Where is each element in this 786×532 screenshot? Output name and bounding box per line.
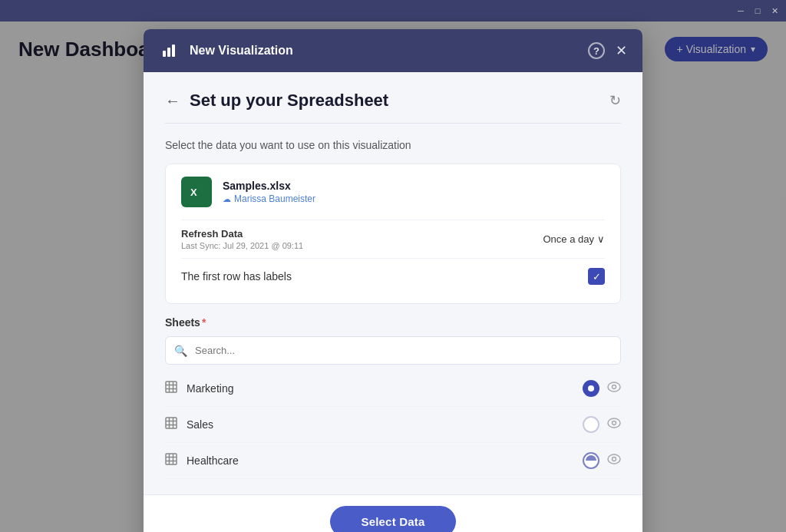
svg-point-25 bbox=[613, 458, 616, 461]
sheet-item-marketing: Marketing bbox=[165, 371, 621, 407]
titlebar: ─ □ ✕ bbox=[0, 0, 786, 21]
modal-overlay: New Visualization ? ✕ ← Set up your Spre… bbox=[0, 21, 786, 532]
first-row-row: The first row has labels ✓ bbox=[181, 258, 605, 291]
sheet-actions-healthcare bbox=[583, 452, 621, 469]
sheets-section: Sheets* 🔍 bbox=[165, 316, 621, 479]
search-container: 🔍 bbox=[165, 336, 621, 365]
svg-rect-1 bbox=[167, 48, 170, 57]
sheet-actions-sales bbox=[583, 416, 621, 433]
modal-header-actions: ? ✕ bbox=[588, 42, 627, 59]
search-icon: 🔍 bbox=[174, 345, 187, 357]
sheet-item-healthcare: Healthcare bbox=[165, 443, 621, 479]
sheet-name-marketing: Marketing bbox=[187, 382, 573, 395]
sheet-name-sales: Sales bbox=[187, 418, 573, 431]
sheet-radio-sales[interactable] bbox=[583, 416, 599, 433]
sheet-actions-marketing bbox=[583, 380, 621, 397]
svg-rect-0 bbox=[163, 51, 166, 57]
sheet-radio-healthcare[interactable] bbox=[583, 452, 599, 469]
refresh-frequency-dropdown[interactable]: Once a day ∨ bbox=[543, 233, 606, 245]
required-indicator: * bbox=[202, 316, 206, 329]
sheet-grid-icon-healthcare bbox=[165, 453, 177, 468]
subheader: ← Set up your Spreadsheet ↻ bbox=[165, 91, 621, 124]
svg-point-18 bbox=[613, 421, 616, 425]
restore-button[interactable]: □ bbox=[752, 5, 763, 16]
visualization-icon bbox=[159, 40, 180, 61]
window-close-button[interactable]: ✕ bbox=[769, 5, 780, 16]
eye-icon-marketing[interactable] bbox=[607, 382, 621, 395]
modal-close-icon[interactable]: ✕ bbox=[616, 42, 627, 59]
sheet-item-sales: Sales bbox=[165, 407, 621, 443]
modal-body: ← Set up your Spreadsheet ↻ Select the d… bbox=[144, 72, 642, 494]
file-info: X Samples.xlsx ☁ Marissa Baumeister bbox=[181, 177, 605, 207]
modal-header: New Visualization ? ✕ bbox=[144, 29, 642, 72]
sheet-radio-marketing[interactable] bbox=[583, 380, 599, 397]
svg-rect-2 bbox=[172, 45, 175, 57]
subheader-left: ← Set up your Spreadsheet bbox=[165, 91, 388, 111]
select-data-button[interactable]: Select Data bbox=[330, 506, 455, 532]
file-owner: ☁ Marissa Baumeister bbox=[223, 193, 315, 204]
svg-point-11 bbox=[613, 385, 616, 389]
first-row-checkbox[interactable]: ✓ bbox=[588, 268, 605, 285]
svg-rect-19 bbox=[166, 454, 177, 464]
sheet-grid-icon-sales bbox=[165, 417, 177, 432]
app-area: New Dashboard ✏ + Visualization ▾ New Vi… bbox=[0, 21, 786, 532]
description: Select the data you want to use on this … bbox=[165, 139, 621, 151]
excel-icon: X bbox=[181, 177, 212, 207]
modal: New Visualization ? ✕ ← Set up your Spre… bbox=[144, 29, 642, 532]
subheader-title: Set up your Spreadsheet bbox=[190, 91, 388, 111]
sheets-label: Sheets* bbox=[165, 316, 621, 329]
help-icon[interactable]: ? bbox=[588, 42, 605, 59]
eye-icon-healthcare[interactable] bbox=[607, 454, 621, 468]
eye-icon-sales[interactable] bbox=[607, 418, 621, 431]
file-details: Samples.xlsx ☁ Marissa Baumeister bbox=[223, 180, 315, 204]
refresh-label: Refresh Data bbox=[181, 228, 303, 240]
svg-point-24 bbox=[608, 454, 620, 464]
minimize-button[interactable]: ─ bbox=[735, 5, 746, 16]
sheet-name-healthcare: Healthcare bbox=[187, 454, 573, 467]
svg-text:X: X bbox=[190, 187, 197, 198]
search-input[interactable] bbox=[165, 336, 621, 365]
refresh-info: Refresh Data Last Sync: Jul 29, 2021 @ 0… bbox=[181, 228, 303, 250]
refresh-sync: Last Sync: Jul 29, 2021 @ 09:11 bbox=[181, 241, 303, 250]
first-row-label: The first row has labels bbox=[181, 270, 292, 283]
svg-point-10 bbox=[608, 382, 620, 392]
file-name: Samples.xlsx bbox=[223, 180, 315, 192]
svg-point-17 bbox=[608, 418, 620, 428]
modal-footer: Select Data bbox=[144, 494, 642, 532]
svg-rect-5 bbox=[166, 382, 177, 392]
chevron-down-icon: ∨ bbox=[597, 233, 605, 245]
file-card: X Samples.xlsx ☁ Marissa Baumeister bbox=[165, 164, 621, 304]
sheet-grid-icon bbox=[165, 381, 177, 396]
refresh-icon[interactable]: ↻ bbox=[609, 92, 621, 109]
svg-rect-12 bbox=[166, 418, 177, 428]
modal-title: New Visualization bbox=[190, 44, 579, 58]
refresh-row: Refresh Data Last Sync: Jul 29, 2021 @ 0… bbox=[181, 220, 605, 258]
back-button[interactable]: ← bbox=[165, 92, 180, 110]
cloud-icon: ☁ bbox=[223, 194, 231, 204]
